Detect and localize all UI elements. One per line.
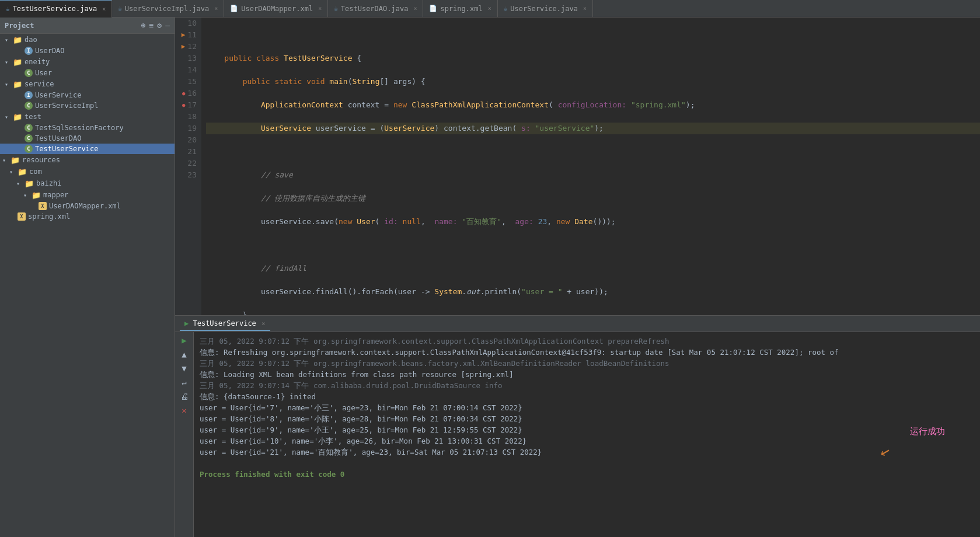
xml-icon: 📄 xyxy=(429,5,437,12)
scroll-up-btn[interactable]: ▲ xyxy=(182,350,186,359)
run-success-label: 运行成功 xyxy=(910,426,945,437)
log-line-5: 三月 05, 2022 9:07:14 下午 com.alibaba.druid… xyxy=(200,380,974,391)
tree-item-userservice[interactable]: I UserService xyxy=(0,90,175,100)
code-line-10 xyxy=(206,29,980,41)
tab-userdaomapper[interactable]: 📄 UserDAOMapper.xml × xyxy=(224,0,328,18)
expand-arrow: ▾ xyxy=(5,81,13,88)
sidebar-title: Project xyxy=(5,22,34,30)
tab-testuserdao[interactable]: ☕ TestUserDAO.java × xyxy=(328,0,423,18)
tree-item-user[interactable]: C User xyxy=(0,68,175,78)
tree-item-userdaomapperxml[interactable]: X UserDAOMapper.xml xyxy=(0,201,175,211)
tab-userserviceimpl[interactable]: ☕ UserServiceImpl.java × xyxy=(112,0,224,18)
tree-item-baizhi[interactable]: ▾ 📁 baizhi xyxy=(0,177,175,189)
expand-arrow xyxy=(16,48,25,54)
clear-btn[interactable]: ✕ xyxy=(182,406,186,415)
folder-icon: 📁 xyxy=(13,79,22,89)
console-inner: ▶ ▲ ▼ ↵ 🖨 ✕ 三月 05, 2022 9:07:12 下午 org.s… xyxy=(175,332,980,537)
tab-userservice[interactable]: ☕ UserService.java × xyxy=(498,0,593,18)
tree-item-testuserservice[interactable]: C TestUserService xyxy=(0,144,175,154)
expand-arrow: ▾ xyxy=(5,114,13,120)
expand-arrow xyxy=(30,203,39,210)
folder-icon: 📁 xyxy=(25,179,34,188)
java-icon: ☕ xyxy=(118,5,122,12)
tree-item-testuserdao[interactable]: C TestUserDAO xyxy=(0,133,175,144)
expand-arrow xyxy=(16,125,25,131)
tree-item-dao[interactable]: ▾ 📁 dao xyxy=(0,34,175,46)
console-tab-close[interactable]: × xyxy=(261,320,266,327)
expand-arrow xyxy=(16,92,25,99)
tab-testuserservice[interactable]: ☕ TestUserService.java × xyxy=(0,0,112,18)
code-text: public class TestUserService { public st… xyxy=(201,18,980,315)
folder-icon: 📁 xyxy=(18,167,27,176)
code-line-20: // findAll xyxy=(206,263,980,274)
project-sidebar: Project ⊕ ≡ ⚙ – ▾ 📁 dao I UserDAO ▾ 📁 en… xyxy=(0,18,175,537)
sidebar-toolbar: ⊕ ≡ ⚙ – xyxy=(141,21,170,30)
log-line-6: 信息: {dataSource-1} inited xyxy=(200,391,974,402)
code-line-17: // 使用数据库自动生成的主键 xyxy=(206,193,980,204)
folder-icon: 📁 xyxy=(11,155,20,165)
code-line-11: public class TestUserService { xyxy=(206,53,980,64)
tree-item-eneity[interactable]: ▾ 📁 eneity xyxy=(0,56,175,68)
print-btn[interactable]: 🖨 xyxy=(180,392,189,401)
tree-item-testsqlsessionfactory[interactable]: C TestSqlSessionFactory xyxy=(0,123,175,133)
java-icon: ☕ xyxy=(6,5,10,13)
sync-icon[interactable]: ⊕ xyxy=(141,21,146,30)
folder-icon: 📁 xyxy=(32,190,41,200)
expand-arrow xyxy=(16,135,25,142)
log-line-4: 信息: Loading XML bean definitions from cl… xyxy=(200,369,974,380)
tab-close-btn[interactable]: × xyxy=(488,5,491,12)
expand-arrow: ▾ xyxy=(9,169,18,175)
tab-close-btn[interactable]: × xyxy=(102,6,106,12)
tree-item-resources[interactable]: ▾ 📁 resources xyxy=(0,154,175,166)
expand-arrow xyxy=(16,70,25,76)
run-btn[interactable]: ▶ xyxy=(182,336,186,345)
sidebar-header: Project ⊕ ≡ ⚙ – xyxy=(0,18,175,34)
settings-icon[interactable]: ⚙ xyxy=(157,21,162,30)
java-interface-icon: ☕ xyxy=(504,5,508,12)
tree-item-userdao[interactable]: I UserDAO xyxy=(0,46,175,56)
tree-item-test[interactable]: ▾ 📁 test xyxy=(0,111,175,123)
collapse-icon[interactable]: ≡ xyxy=(149,21,154,30)
expand-arrow xyxy=(9,214,18,220)
code-line-16: // save xyxy=(206,169,980,181)
console-output[interactable]: 三月 05, 2022 9:07:12 下午 org.springframewo… xyxy=(194,332,980,537)
console-sidebar: ▶ ▲ ▼ ↵ 🖨 ✕ xyxy=(175,332,194,537)
tree-item-service[interactable]: ▾ 📁 service xyxy=(0,78,175,90)
run-icon: ▶ xyxy=(184,319,189,327)
code-line-15 xyxy=(206,146,980,158)
xml-icon: 📄 xyxy=(230,5,238,12)
tree-item-mapper[interactable]: ▾ 📁 mapper xyxy=(0,189,175,201)
tab-springxml[interactable]: 📄 spring.xml × xyxy=(423,0,497,18)
xml-icon: X xyxy=(39,202,47,210)
folder-icon: 📁 xyxy=(13,57,22,67)
log-line-10: user = User{id='10', name='小李', age=26, … xyxy=(200,435,974,447)
tree-item-userserviceimpl[interactable]: C UserServiceImpl xyxy=(0,100,175,111)
folder-icon: 📁 xyxy=(13,112,22,121)
code-line-13: ApplicationContext context = new ClassPa… xyxy=(206,99,980,111)
log-line-3: 三月 05, 2022 9:07:12 下午 org.springframewo… xyxy=(200,358,974,369)
log-line-8: user = User{id='8', name='小陈', age=28, b… xyxy=(200,413,974,424)
test-class-icon: C xyxy=(25,124,33,132)
log-line-1: 三月 05, 2022 9:07:12 下午 org.springframewo… xyxy=(200,336,974,347)
tab-close-btn[interactable]: × xyxy=(318,5,322,12)
xml-icon: X xyxy=(18,212,26,221)
log-line-9: user = User{id='9', name='小王', age=25, b… xyxy=(200,424,974,435)
log-line-2: 信息: Refreshing org.springframework.conte… xyxy=(200,347,974,358)
class-icon: C xyxy=(25,69,33,77)
class-icon: C xyxy=(25,102,33,110)
scroll-down-btn[interactable]: ▼ xyxy=(182,364,186,373)
tab-close-btn[interactable]: × xyxy=(583,5,587,12)
folder-icon: 📁 xyxy=(13,35,22,44)
tab-close-btn[interactable]: × xyxy=(413,5,417,12)
wrap-btn[interactable]: ↵ xyxy=(182,378,186,387)
minimize-icon[interactable]: – xyxy=(165,21,170,30)
expand-arrow: ▾ xyxy=(5,59,13,65)
expand-arrow: ▾ xyxy=(2,157,11,163)
code-line-12: public static void main(String[] args) { xyxy=(206,76,980,88)
console-tab-run[interactable]: ▶ TestUserService × xyxy=(180,317,270,331)
code-editor[interactable]: 10 ▶11 ▶12 13 14 15 ●16 ●17 18 19 20 21 … xyxy=(175,18,980,315)
tree-item-com[interactable]: ▾ 📁 com xyxy=(0,166,175,177)
tree-item-springxml[interactable]: X spring.xml xyxy=(0,211,175,222)
tab-close-btn[interactable]: × xyxy=(214,5,218,12)
expand-arrow: ▾ xyxy=(16,180,25,187)
